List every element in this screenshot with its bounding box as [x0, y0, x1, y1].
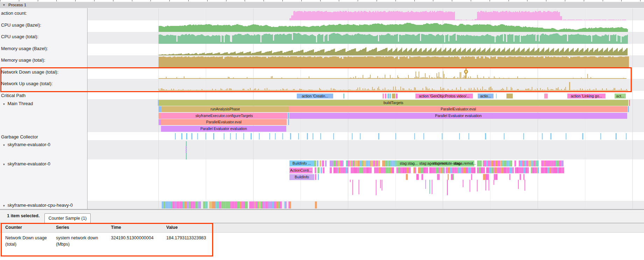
- track-sidebar: action count:CPU usage (Bazel):CPU usage…: [0, 8, 88, 209]
- collapse-triangle-icon[interactable]: ▾: [3, 163, 5, 166]
- process-label: Process 1: [8, 2, 26, 8]
- column-header-time[interactable]: Time: [111, 225, 121, 230]
- collapse-triangle-icon[interactable]: ▾: [3, 204, 5, 207]
- column-header-value[interactable]: Value: [166, 225, 178, 230]
- counter-chart-5[interactable]: [0, 67, 644, 79]
- skyframe-slice[interactable]: ActionConti...: [289, 167, 313, 173]
- main-thread-slice[interactable]: Parallel Evaluator evaluation: [161, 126, 286, 132]
- table-body[interactable]: Network Down usage(total)system network …: [0, 233, 644, 260]
- sidebar-item-9[interactable]: Garbage Collector: [1, 134, 38, 139]
- selection-status: 1 item selected.: [7, 213, 40, 218]
- track-label: Garbage Collector: [1, 134, 38, 139]
- track-label: Network Down usage (total):: [1, 69, 58, 75]
- sidebar-item-3[interactable]: Memory usage (Bazel):: [1, 46, 48, 51]
- main-thread-slice[interactable]: [159, 106, 161, 112]
- track-label: Memory usage (total):: [1, 57, 45, 63]
- skyframe-slice[interactable]: BuildInfo: [289, 174, 314, 180]
- main-thread-slice[interactable]: Parallel Evaluator evaluation: [289, 113, 627, 119]
- sidebar-item-2[interactable]: CPU usage (total):: [1, 34, 38, 39]
- track-area[interactable]: action 'Creatin...action 'GenObjcProtos …: [0, 8, 644, 209]
- details-panel: 1 item selected. Counter Sample (1) Coun…: [0, 211, 644, 260]
- sidebar-item-7[interactable]: Critical Path: [1, 93, 26, 98]
- track-label: skyframe-evaluator-0: [8, 161, 50, 166]
- skyframe-slice[interactable]: BuildInfo ...: [289, 160, 314, 166]
- critical-path-slice[interactable]: [390, 94, 391, 98]
- critical-path-slice[interactable]: [387, 94, 389, 98]
- cell-time: 324190.51300000004: [111, 235, 154, 240]
- cell-series: system network down: [56, 235, 98, 240]
- main-thread-slice[interactable]: [288, 119, 289, 125]
- counter-chart-6[interactable]: [0, 79, 644, 91]
- counter-chart-4[interactable]: [0, 55, 644, 67]
- counter-chart-1[interactable]: [0, 20, 644, 32]
- sidebar-item-4[interactable]: Memory usage (total):: [1, 57, 45, 63]
- sidebar-item-0[interactable]: action count:: [1, 11, 27, 16]
- track-label: Network Up usage (total):: [1, 81, 52, 86]
- sidebar-item-6[interactable]: Network Up usage (total):: [1, 81, 52, 86]
- critical-path-slice[interactable]: [506, 94, 513, 98]
- critical-path-slice[interactable]: [496, 94, 497, 98]
- critical-path-slice[interactable]: [544, 94, 548, 98]
- critical-path-slice[interactable]: action 'Linking go...: [567, 94, 606, 98]
- counter-chart-0[interactable]: [0, 8, 644, 20]
- sidebar-item-5[interactable]: Network Down usage (total):: [1, 69, 58, 75]
- cell-value: 184.1793113323983: [166, 235, 206, 240]
- critical-path-slice[interactable]: act...: [615, 94, 626, 98]
- critical-path-slice[interactable]: [343, 94, 344, 98]
- track-label: Memory usage (Bazel):: [1, 46, 48, 51]
- main-thread-slice[interactable]: skyframeExecutor.configureTargets: [161, 113, 287, 119]
- counter-chart-3[interactable]: [0, 44, 644, 55]
- sidebar-item-11[interactable]: ▾skyframe-evaluator-0: [3, 161, 50, 166]
- selected-sample-marker[interactable]: [464, 70, 468, 74]
- main-thread-slice[interactable]: buildTargets: [159, 100, 628, 106]
- main-thread-slice[interactable]: [159, 119, 161, 125]
- sidebar-item-10[interactable]: ▾skyframe-evaluator-0: [3, 142, 50, 147]
- selected-sample-marker-line: [465, 74, 466, 78]
- track-label: action count:: [1, 11, 27, 16]
- tab-counter-sample[interactable]: Counter Sample (1): [44, 213, 91, 223]
- collapse-triangle-icon[interactable]: ▾: [3, 143, 5, 147]
- sidebar-item-8[interactable]: ▾Main Thread: [3, 101, 33, 106]
- collapse-triangle-icon[interactable]: ▾: [3, 102, 5, 106]
- critical-path-slice[interactable]: [385, 94, 386, 98]
- track-label: Main Thread: [8, 101, 33, 106]
- table-header: CounterSeriesTimeValue: [0, 223, 644, 233]
- column-header-series[interactable]: Series: [56, 225, 69, 230]
- track-label: CPU usage (Bazel):: [1, 22, 41, 28]
- column-header-counter[interactable]: Counter: [5, 225, 22, 230]
- trace-viewer: ▾ Process 1 action 'Creatin...action 'Ge…: [0, 0, 644, 260]
- sidebar-item-12[interactable]: ▾skyframe-evaluator-cpu-heavy-0: [3, 203, 73, 208]
- cell-counter: Network Down usage: [5, 235, 47, 240]
- track-label: CPU usage (total):: [1, 34, 38, 39]
- track-label: Critical Path: [1, 93, 26, 98]
- main-thread-slice[interactable]: ParallelEvaluator.eval: [289, 106, 628, 112]
- main-thread-slice[interactable]: [288, 113, 289, 119]
- track-label: skyframe-evaluator-cpu-heavy-0: [8, 203, 73, 208]
- critical-path-slice[interactable]: action 'Creatin...: [297, 94, 333, 98]
- stag-slice-label: stage.remot...: [454, 161, 476, 165]
- main-thread-slice[interactable]: [628, 106, 629, 112]
- main-thread-slice[interactable]: ParallelEvaluator.eval: [161, 119, 287, 125]
- main-thread-slice[interactable]: [159, 113, 161, 119]
- ruler-ticks: [0, 0, 644, 1]
- process-header[interactable]: ▾ Process 1: [0, 2, 644, 8]
- main-thread-slice[interactable]: runAnalysisPhase: [161, 106, 289, 112]
- critical-path-slice[interactable]: actio...: [478, 94, 493, 98]
- cell-counter: (total): [5, 242, 16, 247]
- stag-slice-label: stag:stag...: [400, 161, 418, 165]
- critical-path-slice[interactable]: [392, 94, 395, 98]
- track-label: skyframe-evaluator-0: [8, 142, 50, 147]
- collapse-triangle-icon[interactable]: ▾: [3, 2, 5, 8]
- critical-path-slice[interactable]: action 'GenObjcProtos video/...: [415, 94, 473, 98]
- cell-series: (Mbps): [56, 242, 70, 247]
- counter-chart-2[interactable]: [0, 32, 644, 44]
- critical-path-slice[interactable]: [396, 94, 398, 98]
- sidebar-item-1[interactable]: CPU usage (Bazel):: [1, 22, 41, 28]
- main-thread-slice[interactable]: [629, 100, 630, 106]
- critical-path-slice[interactable]: [383, 94, 384, 98]
